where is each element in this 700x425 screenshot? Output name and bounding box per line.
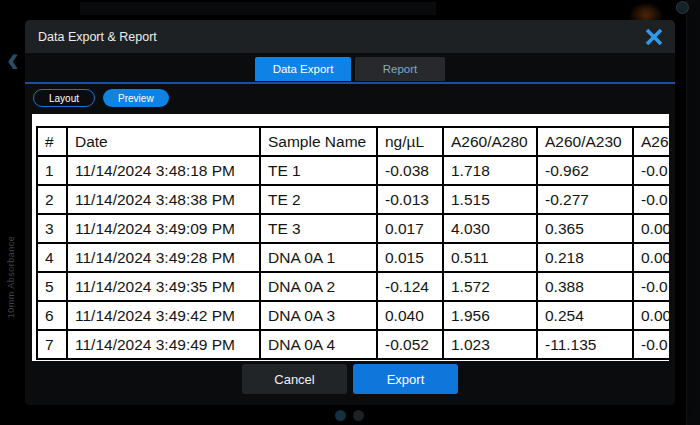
table-cell: 0.017 — [377, 214, 443, 243]
table-cell: 11/14/2024 3:48:18 PM — [67, 156, 260, 185]
background-indicator-icon — [676, 1, 689, 14]
table-cell: 0.00 — [633, 301, 669, 330]
table-cell: -0.0 — [633, 185, 669, 214]
table-cell: 1.023 — [443, 330, 537, 359]
column-header: Sample Name — [260, 127, 377, 156]
table-cell: -0.0 — [633, 156, 669, 185]
table-cell: -11.135 — [537, 330, 633, 359]
tab-data-export[interactable]: Data Export — [255, 57, 351, 81]
table-cell: DNA 0A 2 — [260, 272, 377, 301]
table-cell: 0.388 — [537, 272, 633, 301]
table-cell: 11/14/2024 3:49:09 PM — [67, 214, 260, 243]
data-export-dialog: Data Export & Report Data Export Report … — [25, 20, 675, 405]
table-cell: 11/14/2024 3:49:28 PM — [67, 243, 260, 272]
table-cell: 11/14/2024 3:49:49 PM — [67, 330, 260, 359]
table-cell: TE 2 — [260, 185, 377, 214]
table-cell: 11/14/2024 3:49:42 PM — [67, 301, 260, 330]
app-background: 10mm Absorbance ‹ Data Export & Report D… — [0, 0, 700, 425]
table-cell: 1.572 — [443, 272, 537, 301]
table-cell: 1 — [37, 156, 67, 185]
table-cell: -0.962 — [537, 156, 633, 185]
tab-bar: Data Export Report — [25, 57, 675, 81]
table-cell: -0.038 — [377, 156, 443, 185]
column-header: Date — [67, 127, 260, 156]
column-header: ng/µL — [377, 127, 443, 156]
preview-toggle-button[interactable]: Preview — [103, 89, 169, 107]
table-cell: -0.0 — [633, 330, 669, 359]
table-cell: 0.365 — [537, 214, 633, 243]
page-dot-2[interactable] — [353, 410, 364, 421]
dialog-titlebar: Data Export & Report — [25, 20, 675, 53]
back-chevron-icon: ‹ — [7, 42, 19, 78]
absorbance-axis-label: 10mm Absorbance — [6, 222, 16, 332]
table-cell: -0.277 — [537, 185, 633, 214]
column-header: A260/A280 — [443, 127, 537, 156]
table-row[interactable]: 311/14/2024 3:49:09 PMTE 30.0174.0300.36… — [37, 214, 669, 243]
table-cell: 4.030 — [443, 214, 537, 243]
table-cell: 0.00 — [633, 243, 669, 272]
table-cell: 1.718 — [443, 156, 537, 185]
table-header-row: #DateSample Nameng/µLA260/A280A260/A230A… — [37, 127, 669, 156]
close-button[interactable] — [639, 23, 669, 51]
table-row[interactable]: 411/14/2024 3:49:28 PMDNA 0A 10.0150.511… — [37, 243, 669, 272]
close-icon — [643, 26, 665, 48]
tab-report[interactable]: Report — [355, 57, 445, 81]
table-cell: 4 — [37, 243, 67, 272]
column-header: # — [37, 127, 67, 156]
table-cell: 3 — [37, 214, 67, 243]
table-cell: 11/14/2024 3:49:35 PM — [67, 272, 260, 301]
table-cell: 0.254 — [537, 301, 633, 330]
dialog-footer: Cancel Export — [25, 361, 675, 405]
table-cell: 0.00 — [633, 214, 669, 243]
table-cell: TE 1 — [260, 156, 377, 185]
table-cell: DNA 0A 1 — [260, 243, 377, 272]
column-header: A260 — [633, 127, 669, 156]
table-row[interactable]: 111/14/2024 3:48:18 PMTE 1-0.0381.718-0.… — [37, 156, 669, 185]
table-cell: 0.015 — [377, 243, 443, 272]
table-cell: 0.218 — [537, 243, 633, 272]
table-cell: 2 — [37, 185, 67, 214]
table-cell: -0.052 — [377, 330, 443, 359]
table-row[interactable]: 511/14/2024 3:49:35 PMDNA 0A 2-0.1241.57… — [37, 272, 669, 301]
table-cell: -0.013 — [377, 185, 443, 214]
table-cell: 6 — [37, 301, 67, 330]
column-header: A260/A230 — [537, 127, 633, 156]
table-cell: 5 — [37, 272, 67, 301]
preview-table-container[interactable]: #DateSample Nameng/µLA260/A280A260/A230A… — [32, 114, 669, 361]
tab-underline — [25, 82, 675, 84]
table-cell: 0.511 — [443, 243, 537, 272]
table-cell: 7 — [37, 330, 67, 359]
table-cell: 11/14/2024 3:48:38 PM — [67, 185, 260, 214]
table-cell: TE 3 — [260, 214, 377, 243]
view-toggle-group: Layout Preview — [33, 89, 169, 107]
table-cell: DNA 0A 3 — [260, 301, 377, 330]
background-side-strip — [686, 0, 700, 425]
table-cell: -0.0 — [633, 272, 669, 301]
table-cell: 1.515 — [443, 185, 537, 214]
background-panel — [80, 2, 436, 15]
table-cell: -0.124 — [377, 272, 443, 301]
table-cell: 1.956 — [443, 301, 537, 330]
cancel-button[interactable]: Cancel — [242, 364, 347, 394]
table-row[interactable]: 211/14/2024 3:48:38 PMTE 2-0.0131.515-0.… — [37, 185, 669, 214]
page-dot-1[interactable] — [335, 410, 346, 421]
data-preview-table: #DateSample Nameng/µLA260/A280A260/A230A… — [36, 126, 669, 360]
table-cell: 0.040 — [377, 301, 443, 330]
table-cell: DNA 0A 4 — [260, 330, 377, 359]
dialog-title: Data Export & Report — [25, 30, 157, 44]
table-row[interactable]: 711/14/2024 3:49:49 PMDNA 0A 4-0.0521.02… — [37, 330, 669, 359]
table-row[interactable]: 611/14/2024 3:49:42 PMDNA 0A 30.0401.956… — [37, 301, 669, 330]
export-button[interactable]: Export — [353, 364, 458, 394]
layout-toggle-button[interactable]: Layout — [33, 89, 95, 107]
